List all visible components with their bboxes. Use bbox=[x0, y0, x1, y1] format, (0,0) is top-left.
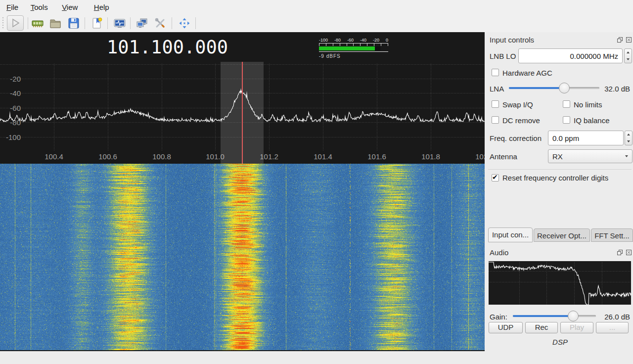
freq-correction-label: Freq. correction bbox=[490, 134, 542, 142]
toolbar-separator bbox=[195, 17, 196, 29]
separator bbox=[488, 169, 632, 170]
toolbar bbox=[0, 14, 633, 32]
no-limits-label: No limits bbox=[574, 100, 602, 109]
dsp-display-button[interactable] bbox=[113, 17, 126, 30]
menu-bar: File Tools View Help bbox=[0, 0, 633, 14]
freq-tick-label: 100.4 bbox=[45, 152, 63, 161]
meter-tick-label: -100 bbox=[319, 38, 328, 43]
save-settings-button[interactable] bbox=[67, 17, 80, 30]
reset-digits-checkbox[interactable] bbox=[492, 174, 499, 182]
lna-label: LNA bbox=[490, 85, 504, 93]
oscilloscope-icon bbox=[113, 17, 126, 30]
hardware-agc-checkbox[interactable] bbox=[492, 69, 499, 76]
toolbar-separator bbox=[107, 17, 108, 29]
freq-tick-label: 101.6 bbox=[367, 152, 386, 161]
tab-fft-settings[interactable]: FFT Sett... bbox=[591, 228, 633, 242]
spectrum-display-area: 101.100.000 -100 -80 -60 -40 -20 0 -9 dB… bbox=[0, 32, 485, 351]
tools-button[interactable] bbox=[154, 17, 167, 30]
float-icon bbox=[617, 250, 623, 257]
lna-value: 32.0 dB bbox=[595, 85, 630, 93]
menu-view[interactable]: View bbox=[58, 2, 81, 12]
meter-tick-label: -60 bbox=[347, 38, 354, 43]
freq-tick-label: 100.6 bbox=[98, 152, 117, 161]
dock-close-button[interactable] bbox=[625, 249, 632, 256]
toolbar-separator bbox=[85, 17, 85, 29]
spin-down-icon[interactable] bbox=[625, 138, 632, 145]
bookmark-icon bbox=[90, 17, 103, 30]
dsp-footer-label: DSP bbox=[487, 338, 633, 346]
dock-float-button[interactable] bbox=[616, 37, 623, 43]
freq-correction-input[interactable]: 0.0 ppm bbox=[548, 131, 624, 145]
toolbar-drag-handle[interactable] bbox=[2, 17, 4, 29]
lnb-lo-input[interactable]: 0.000000 MHz bbox=[518, 48, 623, 63]
audio-fft-canvas[interactable] bbox=[489, 261, 631, 305]
meter-scale: -100 -80 -60 -40 -20 0 bbox=[319, 38, 388, 43]
lnb-lo-spin-buttons[interactable] bbox=[624, 48, 632, 63]
play-button[interactable]: Play bbox=[560, 322, 593, 333]
spin-up-icon[interactable] bbox=[625, 131, 632, 138]
bookmarks-button[interactable] bbox=[90, 17, 103, 30]
antenna-label: Antenna bbox=[490, 152, 517, 161]
antenna-select[interactable]: RX bbox=[548, 149, 633, 163]
tuning-line[interactable] bbox=[242, 62, 243, 164]
tools-icon bbox=[154, 17, 167, 30]
move-arrows-icon bbox=[178, 17, 191, 30]
reset-digits-label: Reset frequency controller digits bbox=[502, 174, 608, 182]
tab-input-controls[interactable]: Input con... bbox=[488, 228, 533, 242]
spin-up-icon[interactable] bbox=[625, 49, 632, 56]
freq-correction-spin-buttons[interactable] bbox=[625, 131, 633, 145]
iq-balance-checkbox[interactable] bbox=[563, 116, 570, 124]
close-icon bbox=[626, 250, 632, 257]
configure-io-button[interactable] bbox=[31, 17, 44, 30]
no-limits-checkbox[interactable] bbox=[563, 100, 570, 108]
menu-tools[interactable]: Tools bbox=[27, 2, 51, 12]
udp-button[interactable]: UDP bbox=[489, 322, 523, 333]
tab-receiver-options[interactable]: Receiver Opt... bbox=[534, 228, 590, 242]
remote-control-button[interactable] bbox=[136, 17, 148, 30]
rec-button[interactable]: Rec bbox=[525, 322, 558, 333]
memory-chip-icon bbox=[31, 17, 44, 30]
menu-help[interactable]: Help bbox=[90, 2, 113, 12]
meter-tick-label: 0 bbox=[386, 38, 388, 43]
slider-handle[interactable] bbox=[568, 311, 579, 321]
dock-close-button[interactable] bbox=[625, 37, 632, 43]
freq-tick-label: 101.8 bbox=[421, 152, 440, 161]
lnb-lo-label: LNB LO bbox=[490, 52, 516, 60]
frequency-readout[interactable]: 101.100.000 bbox=[107, 37, 228, 58]
play-icon bbox=[7, 16, 23, 30]
close-icon bbox=[626, 37, 632, 45]
swap-iq-checkbox[interactable] bbox=[492, 100, 499, 108]
meter-baseline bbox=[319, 51, 388, 52]
meter-fill bbox=[319, 46, 375, 50]
spin-down-icon[interactable] bbox=[625, 56, 632, 63]
audio-gain-slider[interactable] bbox=[513, 311, 596, 321]
folder-open-icon bbox=[49, 17, 62, 30]
audio-fft-plot[interactable]: -80 -100 5 10 15 20 bbox=[489, 261, 631, 305]
antenna-value: RX bbox=[552, 152, 563, 161]
computers-icon bbox=[136, 17, 148, 30]
meter-tick-label: -40 bbox=[360, 38, 366, 43]
waterfall[interactable] bbox=[0, 164, 485, 350]
meter-ticks bbox=[319, 43, 388, 46]
meter-tick-label: -80 bbox=[334, 38, 341, 43]
fullscreen-button[interactable] bbox=[178, 17, 191, 30]
slider-handle[interactable] bbox=[559, 83, 570, 93]
lna-gain-slider[interactable] bbox=[509, 83, 599, 93]
freq-tick-label: 100.8 bbox=[152, 152, 171, 161]
meter-value-label: -9 dBFS bbox=[319, 53, 391, 59]
freq-tick-label: 101.4 bbox=[314, 152, 332, 161]
slider-fill bbox=[509, 87, 566, 89]
save-icon bbox=[67, 17, 80, 30]
signal-strength-meter: -100 -80 -60 -40 -20 0 -9 dBFS bbox=[319, 38, 391, 59]
start-dsp-button[interactable] bbox=[7, 15, 24, 31]
swap-iq-label: Swap I/Q bbox=[502, 100, 533, 109]
dock-float-button[interactable] bbox=[616, 249, 623, 256]
dc-remove-checkbox[interactable] bbox=[492, 116, 499, 124]
toolbar-separator bbox=[28, 17, 28, 29]
menu-file[interactable]: File bbox=[3, 2, 22, 12]
load-settings-button[interactable] bbox=[49, 17, 62, 30]
gain-label: Gain: bbox=[490, 313, 507, 321]
more-options-button[interactable]: ... bbox=[596, 322, 629, 333]
freq-correction-value: 0.0 ppm bbox=[552, 134, 579, 142]
dc-remove-label: DC remove bbox=[502, 116, 540, 125]
